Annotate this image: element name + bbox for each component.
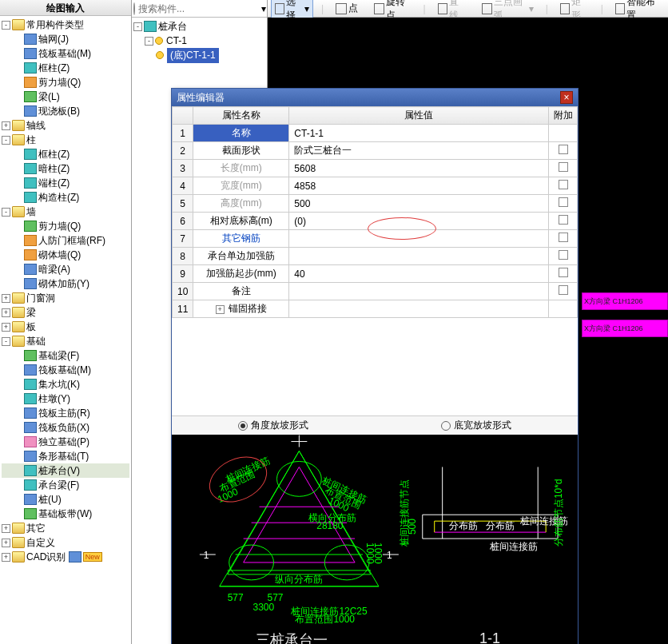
prop-add-cell[interactable] (549, 300, 578, 318)
prop-value-input[interactable] (294, 128, 543, 139)
prop-value-cell[interactable] (289, 248, 549, 265)
tree-group-cad[interactable]: +CAD识别 New (2, 550, 129, 564)
prop-value-input[interactable] (294, 304, 543, 315)
collapse-icon[interactable]: - (2, 136, 10, 145)
prop-value-input[interactable] (294, 286, 543, 297)
prop-value-input[interactable] (294, 181, 543, 192)
tree-item[interactable]: 端柱(Z) (2, 176, 129, 190)
table-row[interactable]: 8承台单边加强筋 (173, 248, 578, 265)
checkbox[interactable] (559, 145, 568, 154)
checkbox[interactable] (559, 233, 568, 242)
table-row[interactable]: 7其它钢筋 (173, 230, 578, 248)
prop-add-cell[interactable] (549, 195, 578, 213)
checkbox[interactable] (559, 162, 568, 172)
tree-item[interactable]: 构造柱(Z) (2, 190, 129, 205)
tree-group-custom[interactable]: +自定义 (2, 535, 129, 550)
prop-value-cell[interactable] (289, 142, 549, 160)
tree-group-slab[interactable]: +板 (2, 320, 129, 334)
tree-item[interactable]: 剪力墙(Q) (2, 75, 129, 89)
dropdown-icon[interactable]: ▾ (261, 3, 266, 14)
collapse-icon[interactable]: - (2, 21, 10, 30)
tree-item[interactable]: 承台梁(F) (2, 478, 129, 492)
tree-item[interactable]: 暗梁(A) (2, 262, 129, 276)
prop-value-input[interactable] (294, 145, 543, 157)
table-row[interactable]: 1名称 (173, 125, 578, 142)
prop-value-cell[interactable] (289, 213, 549, 230)
tree-item[interactable]: 筏板负筋(X) (2, 420, 129, 435)
prop-value-cell[interactable] (289, 125, 549, 142)
table-row[interactable]: 6相对底标高(m) (173, 213, 578, 230)
checkbox[interactable] (559, 197, 568, 207)
close-button[interactable]: × (560, 91, 573, 104)
table-row[interactable]: 5高度(mm) (173, 195, 578, 213)
tree-item-selected[interactable]: (底)CT-1-1 (133, 48, 265, 62)
table-row[interactable]: 11+ 锚固搭接 (173, 300, 578, 318)
tree-root[interactable]: -桩承台 (133, 19, 265, 34)
checkbox[interactable] (559, 250, 568, 260)
prop-add-cell[interactable] (549, 160, 578, 177)
checkbox[interactable] (559, 180, 568, 189)
prop-value-cell[interactable] (289, 195, 549, 213)
collapse-icon[interactable]: - (133, 22, 142, 31)
table-row[interactable]: 9加强筋起步(mm) (173, 265, 578, 283)
checkbox[interactable] (559, 268, 568, 277)
prop-add-cell[interactable] (549, 142, 578, 160)
expand-icon[interactable]: + (2, 294, 10, 303)
collapse-icon[interactable]: - (145, 37, 153, 46)
prop-value-cell[interactable] (289, 300, 549, 318)
prop-value-input[interactable] (294, 268, 543, 280)
tree-item[interactable]: 轴网(J) (2, 32, 129, 46)
expand-icon[interactable]: + (216, 305, 225, 314)
prop-value-input[interactable] (294, 251, 543, 262)
expand-icon[interactable]: + (2, 323, 10, 332)
tree-item[interactable]: 基础板带(W) (2, 507, 129, 521)
table-row[interactable]: 4宽度(mm) (173, 177, 578, 195)
prop-value-cell[interactable] (289, 160, 549, 177)
tree-group-column[interactable]: -柱 (2, 133, 129, 147)
expand-icon[interactable]: + (2, 539, 10, 547)
prop-value-input[interactable] (294, 198, 543, 209)
tree-item[interactable]: 条形基础(T) (2, 449, 129, 463)
prop-value-cell[interactable] (289, 265, 549, 283)
expand-icon[interactable]: + (2, 553, 10, 562)
prop-add-cell[interactable] (549, 213, 578, 230)
prop-value-input[interactable] (294, 216, 543, 227)
tree-item[interactable]: 暗柱(Z) (2, 161, 129, 176)
tree-item[interactable]: 基础梁(F) (2, 348, 129, 363)
tree-group-opening[interactable]: +门窗洞 (2, 291, 129, 305)
tree-group-wall[interactable]: -墙 (2, 205, 129, 219)
radio-angle[interactable]: 角度放坡形式 (238, 419, 308, 432)
tree-item[interactable]: 框柱(Z) (2, 61, 129, 75)
prop-add-cell[interactable] (549, 177, 578, 195)
tree-root[interactable]: -常用构件类型 (2, 18, 129, 32)
checkbox[interactable] (559, 215, 568, 225)
prop-add-cell[interactable] (549, 265, 578, 283)
dialog-titlebar[interactable]: 属性编辑器 × (172, 89, 578, 106)
tree-item[interactable]: 现浇板(B) (2, 104, 129, 118)
prop-value-input[interactable] (294, 163, 543, 174)
expand-icon[interactable]: + (2, 121, 10, 130)
table-row[interactable]: 10备注 (173, 283, 578, 300)
tree-item[interactable]: 集水坑(K) (2, 377, 129, 392)
tree-item[interactable]: 筏板基础(M) (2, 46, 129, 61)
table-row[interactable]: 2截面形状 (173, 142, 578, 160)
tree-item[interactable]: 桩(U) (2, 492, 129, 507)
tree-item[interactable]: -CT-1 (133, 34, 265, 48)
tree-item[interactable]: 筏板主筋(R) (2, 406, 129, 420)
prop-add-cell[interactable] (549, 248, 578, 265)
prop-add-cell[interactable] (549, 125, 578, 142)
tree-item[interactable]: 筏板基础(M) (2, 363, 129, 377)
tree-item[interactable]: 梁(L) (2, 89, 129, 104)
tree-group-other[interactable]: +其它 (2, 521, 129, 535)
expand-icon[interactable]: + (2, 524, 10, 533)
search-input[interactable] (138, 3, 258, 14)
tree-group-foundation[interactable]: -基础 (2, 334, 129, 348)
checkbox[interactable] (559, 285, 568, 295)
tree-item[interactable]: 人防门框墙(RF) (2, 233, 129, 248)
point-button[interactable]: 点 (332, 0, 362, 17)
tree-item-pilecap[interactable]: 桩承台(V) (2, 463, 129, 478)
collapse-icon[interactable]: - (2, 208, 10, 217)
prop-value-cell[interactable] (289, 230, 549, 248)
radio-width[interactable]: 底宽放坡形式 (441, 419, 511, 432)
tree-item[interactable]: 框柱(Z) (2, 147, 129, 161)
